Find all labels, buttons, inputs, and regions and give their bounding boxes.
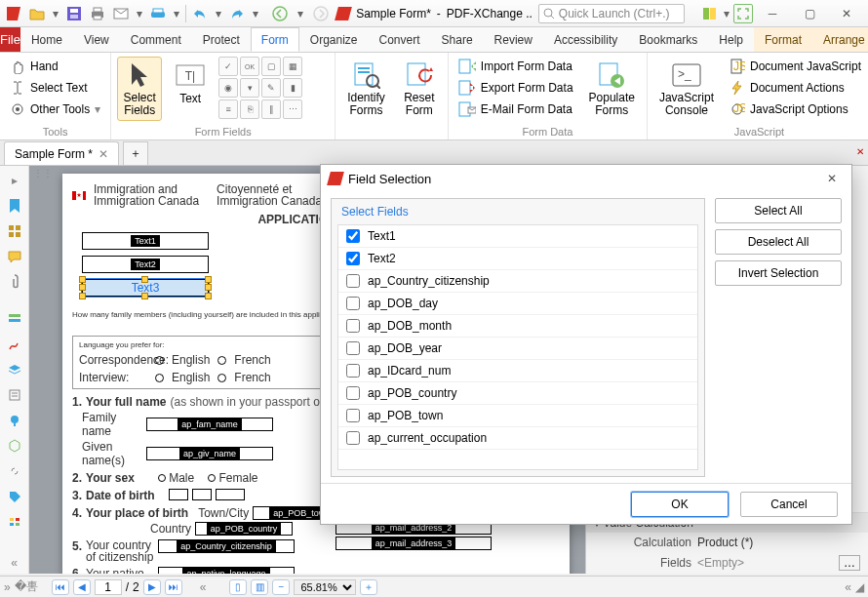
- app-menu-icon[interactable]: [4, 4, 23, 23]
- lt-collapse-icon[interactable]: «: [4, 552, 25, 574]
- sb-resize-icon[interactable]: ◢: [855, 580, 864, 594]
- open-icon[interactable]: [27, 4, 47, 23]
- content-icon[interactable]: [4, 384, 25, 406]
- field-list-item[interactable]: ap_IDcard_num: [338, 360, 697, 382]
- qat-dropdown-3-icon[interactable]: ▾: [172, 4, 181, 23]
- close-button[interactable]: ✕: [829, 2, 864, 25]
- field-checkbox[interactable]: [346, 341, 360, 355]
- comments-icon[interactable]: [4, 246, 25, 267]
- email-form-data[interactable]: E-Mail Form Data: [454, 100, 577, 119]
- select-fields-button[interactable]: Select Fields: [117, 57, 162, 121]
- field-pob-country[interactable]: ap_POB_country: [195, 522, 293, 536]
- field-text2[interactable]: Text2: [82, 256, 209, 273]
- field-fam-name[interactable]: ap_fam_name: [146, 418, 273, 431]
- field-checkbox[interactable]: [346, 319, 360, 333]
- dropdown-field-icon[interactable]: ▾: [240, 78, 259, 98]
- field-dob-y[interactable]: [216, 489, 245, 500]
- field-giv-name[interactable]: ap_giv_name: [146, 447, 273, 460]
- sb-expand-icon[interactable]: »: [4, 580, 11, 594]
- layout-cont-icon[interactable]: ▥: [251, 579, 268, 595]
- tab-format[interactable]: Format: [754, 27, 812, 52]
- deselect-all-button[interactable]: Deselect All: [715, 229, 842, 255]
- dialog-close-button[interactable]: ✕: [820, 169, 844, 188]
- field-list-item[interactable]: ap_DOB_month: [338, 315, 697, 338]
- bookmark-icon[interactable]: [4, 195, 25, 217]
- page-input[interactable]: [95, 579, 122, 595]
- field-mail3[interactable]: ap_mail_address_3: [335, 537, 492, 550]
- email-icon[interactable]: [111, 4, 131, 23]
- js-options[interactable]: JSJavaScript Options: [726, 100, 865, 119]
- field-checkbox[interactable]: [346, 386, 360, 400]
- tab-view[interactable]: View: [73, 27, 120, 52]
- options-icon[interactable]: �軎: [15, 578, 38, 595]
- prev-page-button[interactable]: ◀: [73, 579, 91, 595]
- properties-icon[interactable]: [4, 511, 25, 533]
- quick-launch-input[interactable]: Quick Launch (Ctrl+.): [538, 4, 685, 23]
- undo-dropdown-icon[interactable]: ▾: [214, 4, 223, 23]
- tab-accessibility[interactable]: Accessibility: [543, 27, 628, 52]
- fields-ellipsis-button[interactable]: …: [839, 555, 860, 571]
- doc-javascript[interactable]: JSDocument JavaScript: [726, 57, 865, 76]
- signature-field-icon[interactable]: ✎: [261, 78, 281, 98]
- nav-fwd-icon[interactable]: [311, 4, 331, 23]
- tab-comment[interactable]: Comment: [120, 27, 192, 52]
- undo-icon[interactable]: [190, 4, 210, 23]
- list-field-icon[interactable]: ≡: [218, 100, 238, 119]
- last-page-button[interactable]: ⏭: [165, 579, 182, 595]
- add-tab-button[interactable]: ＋: [123, 141, 148, 165]
- doc-tab[interactable]: Sample Form * ✕: [4, 141, 119, 165]
- field-list-item[interactable]: ap_POB_country: [338, 382, 697, 405]
- field-dob-m[interactable]: [192, 489, 212, 500]
- sex-male-radio[interactable]: [158, 474, 166, 482]
- field-checkbox[interactable]: [346, 409, 360, 422]
- import-form-data[interactable]: Import Form Data: [454, 57, 577, 76]
- select-text-tool[interactable]: Select Text: [6, 78, 104, 98]
- first-page-button[interactable]: ⏮: [52, 579, 69, 595]
- text-field-button[interactable]: T| Text: [168, 57, 213, 109]
- signatures-icon[interactable]: [4, 334, 25, 355]
- next-page-button[interactable]: ▶: [143, 579, 161, 595]
- barcode2-field-icon[interactable]: ∥: [261, 100, 281, 119]
- ui-options-icon[interactable]: [700, 4, 720, 23]
- field-list[interactable]: Text1Text2ap_Country_citizenshipap_DOB_d…: [337, 224, 698, 470]
- field-list-item[interactable]: ap_DOB_day: [338, 293, 697, 315]
- sb-right-expand-icon[interactable]: «: [845, 580, 851, 594]
- field-checkbox[interactable]: [346, 297, 360, 310]
- ui-dropdown-icon[interactable]: ▾: [722, 4, 731, 23]
- sb-collapse-icon[interactable]: «: [200, 580, 207, 594]
- redo-dropdown-icon[interactable]: ▾: [251, 4, 260, 23]
- checkbox-field-icon[interactable]: ✓: [218, 57, 238, 76]
- invert-selection-button[interactable]: Invert Selection: [715, 260, 842, 286]
- barcode-field-icon[interactable]: ▮: [283, 78, 302, 98]
- field-text1[interactable]: Text1: [82, 232, 209, 250]
- redo-icon[interactable]: [227, 4, 247, 23]
- scan-icon[interactable]: [148, 4, 168, 23]
- doc-actions[interactable]: Document Actions: [726, 78, 865, 98]
- more-field-icon[interactable]: ⋯: [283, 100, 302, 119]
- select-all-button[interactable]: Select All: [715, 198, 842, 223]
- save-icon[interactable]: [64, 4, 84, 23]
- field-list-item[interactable]: ap_POB_town: [338, 405, 697, 427]
- nav-back-icon[interactable]: [270, 4, 290, 23]
- field-list-item[interactable]: ap_current_occupation: [338, 427, 697, 450]
- qat-dropdown-2-icon[interactable]: ▾: [135, 4, 144, 23]
- sex-female-radio[interactable]: [208, 474, 216, 482]
- tags-icon[interactable]: [4, 486, 25, 507]
- tab-review[interactable]: Review: [484, 27, 543, 52]
- int-french-radio[interactable]: [217, 374, 226, 382]
- populate-forms-button[interactable]: Populate Forms: [583, 57, 641, 121]
- corr-english-radio[interactable]: [155, 356, 164, 365]
- date-field-icon[interactable]: ▦: [283, 57, 302, 76]
- tab-convert[interactable]: Convert: [369, 27, 431, 52]
- fit-icon[interactable]: [733, 4, 753, 23]
- links-icon[interactable]: [4, 460, 25, 482]
- tab-help[interactable]: Help: [708, 27, 754, 52]
- field-text3-selected[interactable]: Text3: [82, 279, 209, 297]
- close-tab-icon[interactable]: ✕: [99, 147, 108, 161]
- minimize-button[interactable]: ─: [755, 2, 790, 25]
- print-icon[interactable]: [88, 4, 107, 23]
- field-list-item[interactable]: ap_DOB_year: [338, 338, 697, 360]
- lt-toggle-icon[interactable]: ▸: [4, 170, 25, 191]
- corr-french-radio[interactable]: [217, 356, 226, 365]
- close-pane-icon[interactable]: ✕: [856, 146, 864, 157]
